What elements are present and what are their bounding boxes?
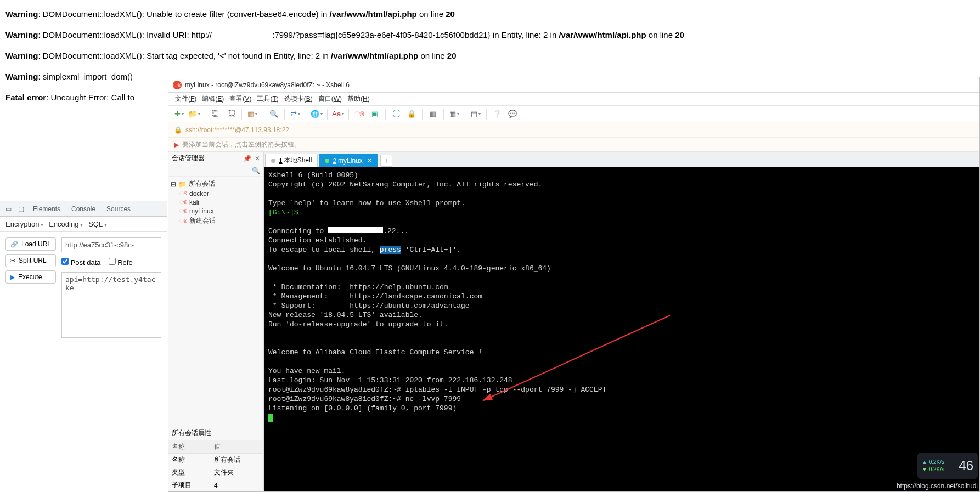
menu-file[interactable]: 文件(F) [173, 93, 199, 105]
terminal-cursor [268, 414, 273, 422]
inspect-icon[interactable]: ▭ [5, 205, 12, 213]
sql-dropdown[interactable]: SQL [88, 220, 107, 228]
session-icon: ூ [179, 218, 187, 224]
menubar: 文件(F) 编辑(E) 查看(V) 工具(T) 选项卡(B) 窗口(W) 帮助(… [168, 93, 979, 106]
collapse-icon[interactable]: ⊟ [171, 180, 176, 188]
session-tree[interactable]: ⊟📁所有会话 ூdocker ூkali ூmyLinux ூ新建会话 [168, 177, 263, 426]
url-bar[interactable]: 🔒 ssh://root:********@47.113.93.18:22 [168, 122, 979, 138]
play-icon: ▶ [10, 274, 15, 281]
close-icon[interactable]: ✕ [255, 155, 260, 162]
layout3-icon[interactable]: ▤ [470, 108, 482, 120]
search-icon[interactable]: 🔍 [252, 167, 260, 174]
fullscreen-icon[interactable]: ⛶ [390, 108, 402, 120]
tab-sources[interactable]: Sources [101, 201, 136, 217]
session-mylinux[interactable]: myLinux [189, 207, 214, 215]
xshell-red-icon[interactable]: ூ [353, 108, 365, 120]
layout2-icon[interactable]: ▦ [448, 108, 460, 120]
window-title: myLinux - root@iZwz9dvu69kaw8ya8ied0fZ: … [185, 81, 350, 89]
xftp-icon[interactable]: ▣ [369, 108, 381, 120]
postdata-textarea[interactable]: api=http://test.y4tacke [61, 272, 161, 338]
warn-label: Warning [5, 51, 38, 60]
warn-label: Fatal error [5, 93, 46, 102]
referer-check[interactable]: Refe [109, 258, 133, 267]
session-icon: ூ [179, 208, 187, 214]
warn-label: Warning [5, 30, 38, 39]
ssh-url: ssh://root:********@47.113.93.18:22 [185, 126, 289, 134]
tab-mylinux[interactable]: 2 myLinux✕ [319, 154, 378, 167]
tab-local-shell[interactable]: 1 本地Shell [265, 154, 318, 167]
redacted-area [328, 227, 383, 233]
network-speed-overlay: ▲ 0.2K/s ▼ 0.2K/s 46 [917, 453, 978, 479]
menu-window[interactable]: 窗口(W) [316, 93, 344, 105]
split-url-button[interactable]: ✂Split URL [5, 254, 56, 267]
xshell-icon: ூ [173, 81, 182, 89]
help-icon[interactable]: ❔ [491, 108, 503, 120]
watermark: https://blog.csdn.net/solitudi [897, 482, 978, 490]
titlebar: ூ myLinux - root@iZwz9dvu69kaw8ya8ied0fZ… [168, 77, 979, 93]
lock-icon[interactable]: 🔒 [405, 108, 418, 120]
encoding-dropdown[interactable]: Encoding [49, 220, 83, 228]
tab-elements[interactable]: Elements [27, 201, 66, 217]
session-kali[interactable]: kali [189, 199, 199, 206]
open-button[interactable]: 📁 [188, 108, 200, 120]
arrow-annotation [472, 310, 675, 409]
pin-icon[interactable]: 📌 [243, 155, 251, 162]
session-icon: ூ [179, 190, 187, 197]
devtools-panel: ▭ ▢ Elements Console Sources Encryption … [0, 201, 167, 343]
close-icon[interactable]: ✕ [367, 157, 372, 164]
terminal-tabs: 1 本地Shell 2 myLinux✕ + [264, 152, 979, 167]
globe-button[interactable]: 🌐 [311, 108, 323, 120]
session-new[interactable]: 新建会话 [189, 216, 216, 225]
props-button[interactable]: ▦ [246, 108, 258, 120]
menu-view[interactable]: 查看(V) [227, 93, 254, 105]
toolbar: ✚ 📁 ⿻ ⿺ ▦ 🔍 ⇄ 🌐 A͟a ூ ▣ ⛶ 🔒 ▥ ▦ ▤ ❔ 💬 [168, 106, 979, 122]
tab-console[interactable]: Console [66, 201, 101, 217]
session-manager-title: 会话管理器 [172, 154, 205, 163]
link-icon: 🔗 [10, 241, 18, 248]
execute-button[interactable]: ▶Execute [5, 270, 56, 284]
menu-help[interactable]: 帮助(H) [345, 93, 372, 105]
session-icon: ூ [179, 199, 187, 206]
menu-edit[interactable]: 编辑(E) [200, 93, 226, 105]
encryption-dropdown[interactable]: Encryption [5, 220, 43, 228]
copy-button[interactable]: ⿻ [210, 108, 222, 120]
session-properties: 所有会话属性 名称值 名称所有会话 类型文件夹 子项目4 [168, 426, 263, 491]
device-icon[interactable]: ▢ [18, 205, 24, 213]
load-url-button[interactable]: 🔗Load URL [5, 237, 56, 251]
warn-label: Warning [5, 72, 38, 81]
session-docker[interactable]: docker [189, 190, 209, 197]
search-button[interactable]: 🔍 [268, 108, 280, 120]
chat-icon[interactable]: 💬 [506, 108, 519, 120]
postdata-check[interactable]: Post data [61, 258, 101, 267]
menu-tools[interactable]: 工具(T) [255, 93, 280, 105]
folder-icon: 📁 [178, 180, 187, 188]
devtools-tabbar: ▭ ▢ Elements Console Sources [0, 201, 167, 217]
new-button[interactable]: ✚ [173, 108, 185, 120]
menu-tab[interactable]: 选项卡(B) [282, 93, 315, 105]
lock-icon: 🔒 [174, 126, 182, 134]
hint-bar: ▶ 要添加当前会话，点击左侧的箭头按钮。 [168, 138, 979, 152]
terminal[interactable]: Xshell 6 (Build 0095) Copyright (c) 2002… [264, 167, 979, 491]
layout1-icon[interactable]: ▥ [427, 108, 439, 120]
add-tab-button[interactable]: + [380, 155, 392, 167]
flag-icon: ▶ [174, 141, 179, 149]
session-manager: 会话管理器 📌✕ 🔍 ⊟📁所有会话 ூdocker ூkali ூmyLinux… [168, 152, 264, 491]
url-input[interactable] [61, 237, 161, 252]
warn-label: Warning [5, 9, 38, 19]
paste-button[interactable]: ⿺ [225, 108, 237, 120]
font-button[interactable]: A͟a [332, 108, 344, 120]
xshell-window: ூ myLinux - root@iZwz9dvu69kaw8ya8ied0fZ… [168, 77, 980, 492]
scissors-icon: ✂ [10, 257, 15, 264]
redacted-area [212, 30, 272, 38]
hackbar-sec: Encryption Encoding SQL [0, 217, 167, 232]
transfer-button[interactable]: ⇄ [289, 108, 301, 120]
